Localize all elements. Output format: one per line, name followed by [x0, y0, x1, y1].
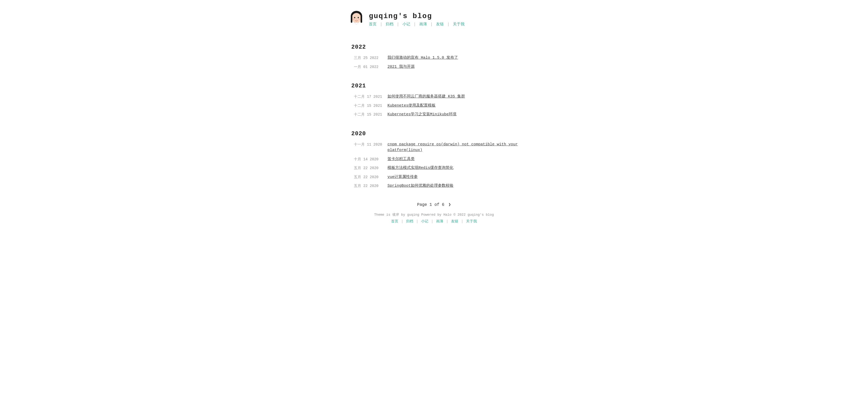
footer-nav-item-画薄[interactable]: 画薄: [436, 219, 443, 224]
page-of: of: [435, 202, 439, 207]
footer-nav-separator: ｜: [415, 219, 419, 224]
post-item: 十二月 17 2021如何使用不同云厂商的服务器搭建 K3S 集群: [351, 94, 519, 100]
footer-nav-separator: ｜: [460, 219, 464, 224]
svg-rect-2: [351, 16, 352, 23]
footer-nav-separator: ｜: [400, 219, 404, 224]
year-section-2020: 2020十一月 11 2020cnpm package require os(d…: [351, 130, 519, 189]
main-content: 2022三月 25 2022我们很激动的宣布 Halo 1.5.0 发布了一月 …: [349, 44, 519, 189]
nav-separator: ｜: [379, 22, 383, 27]
avatar: [349, 10, 364, 28]
footer-nav-item-首页[interactable]: 首页: [391, 219, 398, 224]
post-link[interactable]: Kubernetes学习之安装Minikube环境: [388, 112, 457, 118]
nav-item-友链[interactable]: 友链: [436, 22, 444, 27]
footer-nav-item-关于我[interactable]: 关于我: [466, 219, 477, 224]
avatar-icon: [349, 10, 364, 28]
footer-nav: 首页｜归档｜小记｜画薄｜友链｜关于我: [349, 219, 519, 224]
nav-item-小记[interactable]: 小记: [402, 22, 410, 27]
svg-point-8: [358, 19, 360, 20]
nav-separator: ｜: [413, 22, 417, 27]
svg-point-1: [352, 13, 361, 23]
post-date: 五月 22 2020: [354, 165, 388, 170]
page-label: Page: [417, 202, 427, 207]
nav-item-画薄[interactable]: 画薄: [419, 22, 427, 27]
nav-separator: ｜: [446, 22, 450, 27]
nav-item-首页[interactable]: 首页: [369, 22, 377, 27]
footer-nav-item-小记[interactable]: 小记: [421, 219, 428, 224]
site-footer: Theme is 彼岸 by guqing Powered by Halo © …: [349, 212, 519, 224]
post-date: 十月 14 2020: [354, 156, 388, 162]
post-item: 十二月 15 2021Kubernetes学习之安装Minikube环境: [351, 112, 519, 118]
post-date: 五月 22 2020: [354, 174, 388, 179]
post-date: 五月 22 2020: [354, 183, 388, 188]
post-date: 十二月 15 2021: [354, 103, 388, 108]
post-item: 十月 14 2020笛卡尔积工具类: [351, 156, 519, 163]
footer-nav-item-友链[interactable]: 友链: [451, 219, 458, 224]
post-link[interactable]: 笛卡尔积工具类: [388, 156, 414, 163]
post-item: 五月 22 2020模板方法模式实现Redis缓存查询简化: [351, 165, 519, 171]
post-date: 十二月 15 2021: [354, 112, 388, 117]
post-link[interactable]: 模板方法模式实现Redis缓存查询简化: [388, 165, 454, 171]
footer-nav-separator: ｜: [430, 219, 434, 224]
site-header: guqing's blog 首页｜归档｜小记｜画薄｜友链｜关于我: [349, 10, 519, 28]
year-section-2022: 2022三月 25 2022我们很激动的宣布 Halo 1.5.0 发布了一月 …: [351, 44, 519, 70]
post-link[interactable]: Kubenetes使用及配置模板: [388, 103, 436, 109]
main-nav: 首页｜归档｜小记｜画薄｜友链｜关于我: [369, 22, 465, 27]
svg-point-5: [358, 17, 359, 18]
post-date: 三月 25 2022: [354, 55, 388, 60]
pagination-text: Page 1 of 6: [417, 202, 447, 207]
page-current: 1: [430, 202, 435, 207]
post-link[interactable]: vue计算属性传参: [388, 174, 418, 180]
post-item: 五月 22 2020vue计算属性传参: [351, 174, 519, 180]
post-item: 三月 25 2022我们很激动的宣布 Halo 1.5.0 发布了: [351, 55, 519, 61]
post-date: 一月 01 2022: [354, 64, 388, 69]
svg-rect-3: [361, 16, 362, 23]
pagination-next-button[interactable]: ❯: [448, 202, 451, 207]
page-wrapper: guqing's blog 首页｜归档｜小记｜画薄｜友链｜关于我 2022三月 …: [344, 0, 524, 239]
post-item: 十一月 11 2020cnpm package require os(darwi…: [351, 142, 519, 153]
post-link[interactable]: 我们很激动的宣布 Halo 1.5.0 发布了: [388, 55, 458, 61]
post-item: 一月 01 20222021 我与开源: [351, 64, 519, 70]
year-heading: 2020: [351, 130, 519, 137]
svg-point-6: [356, 19, 357, 20]
year-heading: 2021: [351, 83, 519, 89]
footer-nav-item-归档[interactable]: 归档: [406, 219, 413, 224]
svg-point-7: [352, 19, 354, 20]
nav-item-关于我[interactable]: 关于我: [453, 22, 465, 27]
post-link[interactable]: cnpm package require os(darwin) not comp…: [388, 142, 519, 153]
nav-separator: ｜: [430, 22, 433, 27]
pagination: Page 1 of 6 ❯: [349, 202, 519, 207]
page-total: 6: [442, 202, 444, 207]
post-link[interactable]: SpringBoot如何优雅的处理参数校验: [388, 183, 454, 189]
post-link[interactable]: 2021 我与开源: [388, 64, 414, 70]
nav-separator: ｜: [396, 22, 400, 27]
header-right: guqing's blog 首页｜归档｜小记｜画薄｜友链｜关于我: [369, 12, 465, 27]
year-section-2021: 2021十二月 17 2021如何使用不同云厂商的服务器搭建 K3S 集群十二月…: [351, 83, 519, 118]
post-date: 十二月 17 2021: [354, 94, 388, 99]
svg-point-4: [354, 17, 355, 18]
footer-text: Theme is 彼岸 by guqing Powered by Halo © …: [349, 212, 519, 217]
footer-nav-separator: ｜: [445, 219, 449, 224]
post-date: 十一月 11 2020: [354, 142, 388, 147]
year-heading: 2022: [351, 44, 519, 51]
post-item: 十二月 15 2021Kubenetes使用及配置模板: [351, 103, 519, 109]
site-title: guqing's blog: [369, 12, 465, 20]
post-item: 五月 22 2020SpringBoot如何优雅的处理参数校验: [351, 183, 519, 189]
post-link[interactable]: 如何使用不同云厂商的服务器搭建 K3S 集群: [388, 94, 465, 100]
nav-item-归档[interactable]: 归档: [386, 22, 394, 27]
